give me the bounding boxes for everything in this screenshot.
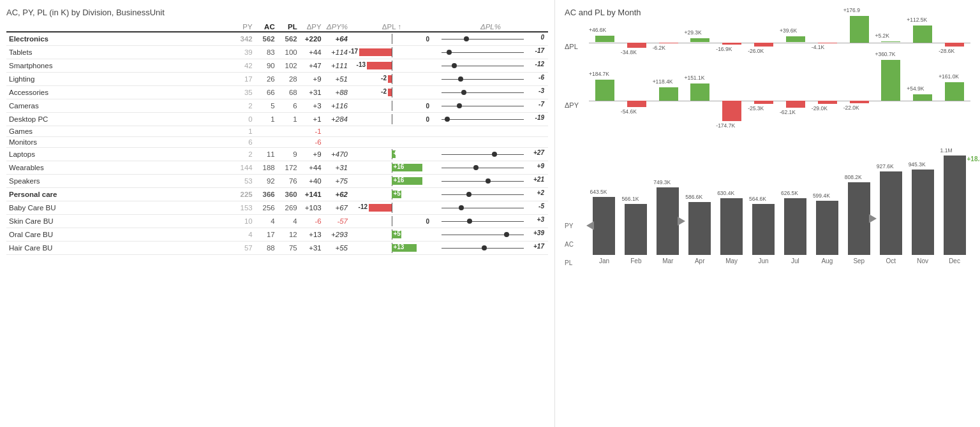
month-val-Mar: 749.3K xyxy=(653,179,671,185)
bar-label-Mar: +118.4K xyxy=(653,78,673,85)
month-val-Jan: 643.5K xyxy=(590,189,607,195)
bar-label-Sep: +176.9 xyxy=(843,7,860,13)
row-dpl-bar xyxy=(350,137,433,148)
row-py: 144 xyxy=(233,161,255,175)
row-dpl-bar: +16 xyxy=(350,175,433,188)
delta-badge-Dec: +18.3% xyxy=(967,156,981,163)
row-label: Monitors xyxy=(6,137,233,148)
bar-Jun xyxy=(754,43,773,47)
row-dpl-bar: +5 xyxy=(350,228,433,242)
month-chart: 643.5KJan566.1KFeb749.3KMar586.6KApr630.… xyxy=(588,140,970,280)
row-ac: 188 xyxy=(255,161,278,175)
row-dpy: +44 xyxy=(300,46,324,59)
row-dplp-bullet: +9 xyxy=(433,161,548,175)
month-label-Jan: Jan xyxy=(593,257,615,264)
bar-label-Feb: -34.8K xyxy=(621,49,637,55)
month-val-Jul: 626.5K xyxy=(781,190,798,196)
bar-label-Jun: -26.0K xyxy=(748,48,764,54)
row-dpy: +40 xyxy=(300,175,324,188)
row-label: Wearables xyxy=(6,161,233,175)
month-label-Mar: Mar xyxy=(657,257,679,264)
col-header-dpl: ΔPL ↑ xyxy=(350,22,433,32)
month-label-Nov: Nov xyxy=(912,257,934,264)
bar-Dec xyxy=(945,82,964,101)
row-dplp-bullet: 0 xyxy=(433,32,548,46)
month-label-Apr: Apr xyxy=(688,257,711,264)
right-panel-title: AC and PL by Month xyxy=(565,8,970,17)
row-dplp-bullet: -17 xyxy=(433,46,548,59)
row-ac: 92 xyxy=(255,175,278,188)
row-dplp-bullet: +17 xyxy=(433,242,548,255)
row-label: Tablets xyxy=(6,46,233,59)
bar-label-Jan: +184.7K xyxy=(589,71,609,77)
bar-May xyxy=(722,101,741,120)
row-py: 2 xyxy=(233,99,255,113)
dpl-axis-label: ΔPL xyxy=(565,43,584,50)
row-dplp-bullet xyxy=(433,126,548,137)
row-dpy: +13 xyxy=(300,228,324,242)
row-dpyp: +51 xyxy=(324,73,350,86)
bar-Sep xyxy=(850,16,869,42)
row-dpl-bar: 0 xyxy=(350,32,433,46)
bar-Feb xyxy=(627,43,646,48)
row-label: Oral Care BU xyxy=(6,228,233,242)
row-dpyp xyxy=(324,126,350,137)
month-bar-May xyxy=(720,198,743,255)
arrow-right-Sep xyxy=(869,214,877,223)
row-label: Laptops xyxy=(6,148,233,161)
bar-Nov xyxy=(913,25,932,42)
row-py: 342 xyxy=(233,32,255,46)
bar-label-Jun: -25.3K xyxy=(748,105,764,112)
row-py: 0 xyxy=(233,113,255,126)
row-dpyp: +67 xyxy=(324,201,350,215)
bar-Jun xyxy=(754,101,773,104)
row-pl: 68 xyxy=(278,86,300,99)
row-pl: 562 xyxy=(278,32,300,46)
row-ac: 366 xyxy=(255,188,278,201)
month-bar-Jul xyxy=(784,198,806,255)
row-dplp-bullet: -5 xyxy=(433,201,548,215)
bar-label-Jul: +39.6K xyxy=(780,27,797,34)
right-panel: AC and PL by Month ΔPL +46.6K-34.8K-6.2K… xyxy=(555,0,980,427)
bar-label-May: -174.7K xyxy=(716,122,735,129)
month-bar-Aug xyxy=(816,201,838,255)
row-pl: 4 xyxy=(278,215,300,228)
left-panel-title: AC, PY, PL (in K) by Division, BusinessU… xyxy=(6,8,548,17)
month-label-Oct: Oct xyxy=(880,257,902,264)
row-ac: 17 xyxy=(255,228,278,242)
bar-label-Aug: -4.1K xyxy=(812,44,824,50)
month-bar-Sep xyxy=(848,182,870,255)
col-header-dpy: ΔPY xyxy=(300,22,324,32)
month-chart-section: PY AC PL 643.5KJan566.1KFeb749.3KMar586.… xyxy=(565,140,970,280)
month-val-Dec: 1.1M xyxy=(940,147,953,154)
bar-label-Jul: -62.1K xyxy=(780,109,796,115)
col-header-py: PY xyxy=(233,22,255,32)
row-dpyp: +116 xyxy=(324,99,350,113)
row-py: 39 xyxy=(233,46,255,59)
row-py: 35 xyxy=(233,86,255,99)
row-label: Smartphones xyxy=(6,59,233,73)
bar-label-Oct: +360.7K xyxy=(875,51,895,57)
row-py: 42 xyxy=(233,59,255,73)
bar-Oct xyxy=(881,41,900,42)
row-dpyp: +111 xyxy=(324,59,350,73)
row-pl: 28 xyxy=(278,73,300,86)
row-dplp-bullet xyxy=(433,137,548,148)
row-pl: 269 xyxy=(278,201,300,215)
row-py: 2 xyxy=(233,148,255,161)
row-ac: 11 xyxy=(255,148,278,161)
bar-label-Jan: +46.6K xyxy=(589,27,606,33)
row-dpyp: -57 xyxy=(324,215,350,228)
row-dpy: +31 xyxy=(300,86,324,99)
row-label: Desktop PC xyxy=(6,113,233,126)
bar-Jan xyxy=(595,80,614,101)
row-dpl-bar: +13 xyxy=(350,242,433,255)
row-dplp-bullet: -7 xyxy=(433,99,548,113)
col-header-dplp: ΔPL% xyxy=(433,22,548,32)
row-dpl-bar: 0 xyxy=(350,215,433,228)
row-dpyp: +293 xyxy=(324,228,350,242)
row-dplp-bullet: -6 xyxy=(433,73,548,86)
bar-label-Mar: -6.2K xyxy=(653,45,665,51)
bar-Aug xyxy=(818,101,837,104)
row-dpy: -6 xyxy=(300,137,324,148)
